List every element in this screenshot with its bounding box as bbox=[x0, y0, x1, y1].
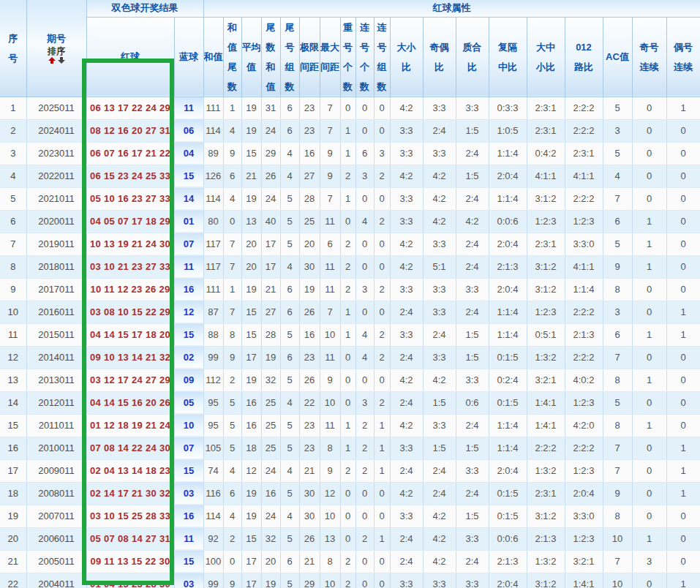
fugezhong-ratio-value: 0:1:5 bbox=[489, 482, 527, 505]
table-row: 15 2011011 01 12 18 19 21 24 10 95 5 16 … bbox=[0, 414, 700, 437]
odd-even-ratio-value: 3:3 bbox=[423, 414, 456, 437]
prime-composite-ratio-value: 2:4 bbox=[456, 187, 489, 210]
row-index: 15 bbox=[0, 414, 26, 437]
issue-number: 2023011 bbox=[26, 142, 86, 165]
table-row: 5 2021011 05 10 16 23 27 33 14 114 4 19 … bbox=[0, 187, 700, 210]
sum-tail-value: 4 bbox=[223, 119, 241, 142]
even-consecutive-value: 1 bbox=[666, 301, 700, 323]
odd-even-ratio-value: 1:5 bbox=[423, 437, 456, 459]
blue-ball-value: 03 bbox=[174, 482, 203, 505]
fugezhong-ratio-value: 2:0:4 bbox=[489, 573, 527, 588]
big-mid-small-ratio-value: 0:5:1 bbox=[527, 323, 565, 346]
consecutive-groups-value: 0 bbox=[374, 482, 390, 505]
red-balls-value: 03 10 15 25 28 33 bbox=[86, 505, 174, 527]
max-span-value: 10 bbox=[320, 323, 340, 346]
ac-value: 3 bbox=[603, 119, 632, 142]
limit-span-value: 26 bbox=[299, 301, 320, 323]
table-row: 17 2009011 02 04 13 14 18 23 15 74 4 12 … bbox=[0, 459, 700, 482]
col-header-index: 序 号 bbox=[0, 0, 26, 97]
sum-value: 105 bbox=[203, 437, 223, 459]
big-mid-small-ratio-value: 3:2:1 bbox=[527, 369, 565, 391]
even-consecutive-value: 1 bbox=[666, 459, 700, 482]
tail-sum-value: 20 bbox=[261, 550, 280, 573]
limit-span-value: 23 bbox=[299, 346, 320, 369]
limit-span-value: 28 bbox=[299, 187, 320, 210]
big-small-ratio-value: 2:4 bbox=[390, 459, 423, 482]
limit-span-value: 27 bbox=[299, 165, 320, 187]
sum-value: 100 bbox=[203, 550, 223, 573]
odd-even-ratio-value: 3:3 bbox=[423, 233, 456, 255]
prime-composite-ratio-value: 1:5 bbox=[456, 437, 489, 459]
col-header-issue: 期号 排序 bbox=[26, 0, 86, 97]
big-mid-small-ratio-value: 3:1:2 bbox=[527, 573, 565, 588]
tail-groups-value: 6 bbox=[280, 119, 299, 142]
sum-tail-value: 5 bbox=[223, 437, 241, 459]
max-span-value: 9 bbox=[320, 459, 340, 482]
average-value: 17 bbox=[241, 346, 261, 369]
repeat-count-value: 2 bbox=[340, 233, 355, 255]
max-span-value: 9 bbox=[320, 165, 340, 187]
red-balls-value: 01 04 13 23 28 30 bbox=[86, 573, 174, 588]
table-row: 9 2017011 10 11 12 23 26 29 16 111 1 19 … bbox=[0, 278, 700, 301]
tail-groups-value: 5 bbox=[280, 210, 299, 233]
big-mid-small-ratio-value: 3:1:2 bbox=[527, 187, 565, 210]
issue-number: 2021011 bbox=[26, 187, 86, 210]
012-road-ratio-value: 4:0:2 bbox=[565, 369, 603, 391]
odd-consecutive-value: 0 bbox=[632, 301, 666, 323]
prime-composite-ratio-value: 2:4 bbox=[456, 301, 489, 323]
odd-even-ratio-value: 2:4 bbox=[423, 119, 456, 142]
col-header-tail-groups: 尾号 组数 bbox=[280, 17, 299, 97]
consecutive-count-value: 0 bbox=[355, 550, 374, 573]
012-road-ratio-value: 3:2:1 bbox=[565, 550, 603, 573]
big-mid-small-ratio-value: 1:2:3 bbox=[527, 301, 565, 323]
repeat-count-value: 2 bbox=[340, 459, 355, 482]
consecutive-count-value: 2 bbox=[355, 414, 374, 437]
repeat-count-value: 0 bbox=[340, 97, 355, 119]
sort-label[interactable]: 排序 bbox=[48, 46, 65, 56]
prime-composite-ratio-value: 1:5 bbox=[456, 165, 489, 187]
tail-sum-value: 21 bbox=[261, 278, 280, 301]
fugezhong-ratio-value: 2:0:4 bbox=[489, 165, 527, 187]
odd-consecutive-value: 1 bbox=[632, 255, 666, 278]
red-balls-value: 04 14 15 17 18 20 bbox=[86, 323, 174, 346]
sum-tail-value: 9 bbox=[223, 346, 241, 369]
table-row: 16 2010011 07 08 14 22 24 30 07 105 5 18… bbox=[0, 437, 700, 459]
average-value: 19 bbox=[241, 505, 261, 527]
consecutive-groups-value: 0 bbox=[374, 550, 390, 573]
odd-even-ratio-value: 4:2 bbox=[423, 527, 456, 550]
odd-consecutive-value: 0 bbox=[632, 482, 666, 505]
average-value: 19 bbox=[241, 187, 261, 210]
red-balls-value: 04 14 15 16 20 26 bbox=[86, 391, 174, 414]
blue-ball-value: 09 bbox=[174, 369, 203, 391]
repeat-count-value: 2 bbox=[340, 278, 355, 301]
odd-even-ratio-value: 1:5 bbox=[423, 391, 456, 414]
average-value: 15 bbox=[241, 301, 261, 323]
tail-sum-value: 26 bbox=[261, 165, 280, 187]
red-balls-value: 09 11 13 15 22 30 bbox=[86, 550, 174, 573]
consecutive-count-value: 0 bbox=[355, 369, 374, 391]
sort-descending-icon[interactable] bbox=[58, 57, 65, 64]
sort-ascending-icon[interactable] bbox=[48, 57, 56, 64]
ac-value: 10 bbox=[603, 573, 632, 588]
prime-composite-ratio-value: 2:4 bbox=[456, 233, 489, 255]
repeat-count-value: 0 bbox=[340, 210, 355, 233]
sum-tail-value: 5 bbox=[223, 391, 241, 414]
table-body: 1 2025011 06 13 17 22 24 29 11 111 1 19 … bbox=[0, 97, 700, 588]
consecutive-count-value: 3 bbox=[355, 278, 374, 301]
big-mid-small-ratio-value: 0:4:2 bbox=[527, 142, 565, 165]
even-consecutive-value: 1 bbox=[666, 573, 700, 588]
odd-even-ratio-value: 3:3 bbox=[423, 278, 456, 301]
row-index: 1 bbox=[0, 97, 26, 119]
red-balls-value: 02 14 17 21 30 32 bbox=[86, 482, 174, 505]
tail-groups-value: 5 bbox=[280, 527, 299, 550]
fugezhong-ratio-value: 2:0:4 bbox=[489, 278, 527, 301]
consecutive-groups-value: 0 bbox=[374, 187, 390, 210]
odd-consecutive-value: 0 bbox=[632, 391, 666, 414]
max-span-value: 10 bbox=[320, 505, 340, 527]
limit-span-value: 29 bbox=[299, 573, 320, 588]
consecutive-count-value: 0 bbox=[355, 119, 374, 142]
big-small-ratio-value: 4:2 bbox=[390, 414, 423, 437]
fugezhong-ratio-value: 0:1:5 bbox=[489, 391, 527, 414]
repeat-count-value: 1 bbox=[340, 301, 355, 323]
sum-value: 114 bbox=[203, 505, 223, 527]
